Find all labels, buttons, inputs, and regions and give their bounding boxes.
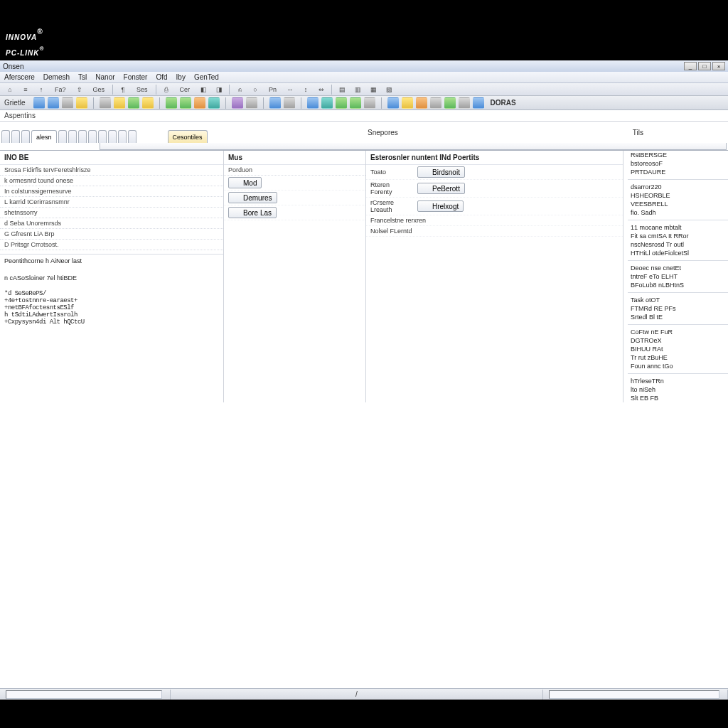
right-item-group2-3[interactable]: fio. Sadh: [628, 208, 728, 217]
toolbar2-icon-8[interactable]: [142, 97, 154, 109]
toolbar-button-1[interactable]: ≡: [20, 85, 31, 95]
mid2-button-2[interactable]: Hrelxogt: [417, 200, 464, 212]
toolbar-button-4[interactable]: ⇧: [74, 85, 85, 95]
right-item-group6-0[interactable]: CoFtw nE FuR: [628, 328, 728, 336]
toolbar2-icon-1[interactable]: [48, 97, 59, 109]
toolbar-button-0[interactable]: ⌂: [4, 85, 16, 95]
toolbar2-icon-19[interactable]: [284, 97, 295, 109]
toolbar-button-2[interactable]: ↑: [36, 85, 47, 95]
toolbar2-icon-23[interactable]: [336, 97, 347, 109]
right-item-group2-2[interactable]: VEESBRELL: [628, 200, 728, 208]
toolbar2-icon-15[interactable]: [232, 97, 243, 109]
toolbar2-icon-21[interactable]: [307, 97, 318, 109]
right-item-group3-1[interactable]: Fit sa cmISA It RRor: [628, 232, 728, 240]
toolbar2-icon-7[interactable]: [128, 97, 139, 109]
toolbar-button-19[interactable]: ↕: [300, 85, 311, 95]
toolbar-button-25[interactable]: ▧: [383, 85, 395, 95]
menu-item-1[interactable]: Demesh: [43, 73, 70, 81]
right-item-group7-0[interactable]: hTrleseTRn: [628, 377, 728, 385]
toolbar2-icon-30[interactable]: [430, 97, 441, 109]
toolbar2-icon-18[interactable]: [269, 97, 281, 109]
right-item-group1-1[interactable]: bstoreosoF: [628, 159, 728, 168]
right-item-group2-0[interactable]: dsarror220: [628, 183, 728, 191]
toolbar2-icon-27[interactable]: [387, 97, 399, 109]
right-item-group3-2[interactable]: nscNesrosd Tr outl: [628, 240, 728, 249]
toolbar2-icon-29[interactable]: [416, 97, 427, 109]
right-item-group6-1[interactable]: DGTROeX: [628, 336, 728, 345]
mid1-button-1[interactable]: Demures: [228, 192, 277, 203]
left-item-3[interactable]: shetnssorry: [0, 208, 223, 218]
right-item-group5-2[interactable]: Srtedl Bl tE: [628, 313, 728, 321]
toolbar-button-20[interactable]: ⇔: [316, 85, 327, 95]
right-item-group3-0[interactable]: 11 mocane mbtalt: [628, 223, 728, 232]
toolbar2-icon-33[interactable]: [473, 97, 484, 109]
toolbar2-icon-0[interactable]: [33, 97, 45, 109]
left-item-6[interactable]: D Pritsgr Crrotsost.: [0, 240, 223, 250]
toolbar-button-16[interactable]: ○: [250, 85, 261, 95]
mid1-button-0[interactable]: Mod: [228, 177, 262, 188]
toolbar-button-5[interactable]: Ges: [90, 85, 109, 95]
toolbar-button-13[interactable]: ◨: [213, 85, 225, 95]
menu-item-6[interactable]: Iby: [176, 73, 186, 81]
toolbar-button-23[interactable]: ▥: [352, 85, 363, 95]
toolbar2-icon-24[interactable]: [350, 97, 361, 109]
right-item-group5-0[interactable]: Task otOT: [628, 296, 728, 304]
toolbar-button-3[interactable]: Fa?: [51, 85, 70, 95]
toolbar-button-18[interactable]: ↔: [284, 85, 296, 95]
right-item-group7-2[interactable]: Slt EB FB: [628, 394, 728, 402]
toolbar2-icon-10[interactable]: [166, 97, 177, 109]
toolbar2-icon-25[interactable]: [364, 97, 375, 109]
toolbar-button-22[interactable]: ▤: [336, 85, 348, 95]
right-item-group6-4[interactable]: Foun annc tGo: [628, 362, 728, 370]
toolbar-button-7[interactable]: ¶: [117, 85, 129, 95]
toolbar-button-10[interactable]: ⎙: [161, 85, 172, 95]
toolbar2-icon-12[interactable]: [194, 97, 205, 109]
toolbar2-icon-28[interactable]: [402, 97, 413, 109]
toolbar2-icon-22[interactable]: [321, 97, 333, 109]
toolbar-button-15[interactable]: ⎌: [234, 85, 245, 95]
toolbar2-icon-32[interactable]: [459, 97, 470, 109]
right-item-group7-1[interactable]: lto niSeh: [628, 385, 728, 394]
toolbar2-icon-5[interactable]: [100, 97, 111, 109]
toolbar2-icon-11[interactable]: [180, 97, 191, 109]
left-item-0[interactable]: k ormesnrd tound onese: [0, 176, 223, 186]
close-button[interactable]: ×: [712, 62, 725, 70]
mid2-button-1[interactable]: PeBerott: [417, 183, 465, 194]
left-item-4[interactable]: d Seba Unoremrsds: [0, 218, 223, 229]
toolbar-button-8[interactable]: Ses: [133, 85, 151, 95]
right-item-group1-0[interactable]: RstBERSGE: [628, 151, 728, 159]
menu-item-3[interactable]: Nanor: [95, 73, 114, 81]
toolbar-button-17[interactable]: Pn: [265, 85, 280, 95]
right-item-group6-3[interactable]: Tr rut zBuHE: [628, 353, 728, 362]
left-item-5[interactable]: G Gfresnt LiA Brp: [0, 229, 223, 240]
right-item-group3-3[interactable]: HTHiLl otdeFiolcetSl: [628, 249, 728, 257]
toolbar2-icon-3[interactable]: [76, 97, 87, 109]
maximize-button[interactable]: □: [698, 62, 711, 70]
toolbar2-icon-13[interactable]: [208, 97, 220, 109]
toolbar-button-12[interactable]: ◧: [198, 85, 209, 95]
right-item-group4-0[interactable]: Deoec nse cnetEt: [628, 264, 728, 272]
right-item-group4-2[interactable]: BFoLub8 nLBHtnS: [628, 281, 728, 289]
left-item-1[interactable]: In colstunssigernesurve: [0, 186, 223, 197]
right-item-group6-2[interactable]: BIHUU RAt: [628, 345, 728, 353]
minimize-button[interactable]: _: [684, 62, 697, 70]
right-item-group4-1[interactable]: tntreF eTo ELHT: [628, 272, 728, 281]
toolbar2-icon-2[interactable]: [62, 97, 73, 109]
toolbar-button-11[interactable]: Cer: [176, 85, 194, 95]
right-item-group1-2[interactable]: PRTDAURE: [628, 168, 728, 176]
menu-item-4[interactable]: Fonster: [124, 73, 148, 81]
right-item-group2-1[interactable]: HSHEORBLE: [628, 191, 728, 200]
menu-item-2[interactable]: Tsl: [78, 73, 87, 81]
toolbar2-icon-6[interactable]: [114, 97, 125, 109]
menu-item-5[interactable]: Ofd: [156, 73, 167, 81]
toolbar2-icon-31[interactable]: [444, 97, 456, 109]
right-item-group5-1[interactable]: FTMRd RE PFs: [628, 304, 728, 313]
menu-item-0[interactable]: Aferscere: [4, 73, 35, 81]
toolbar-button-24[interactable]: ▦: [368, 85, 379, 95]
menu-item-7[interactable]: GenTed: [194, 73, 219, 81]
mid2-button-0[interactable]: Birdsnoit: [417, 166, 465, 178]
statusbar-input2[interactable]: [549, 690, 719, 699]
mid1-button-2[interactable]: Bore Las: [228, 207, 277, 218]
statusbar-input1[interactable]: [6, 690, 162, 699]
left-item-2[interactable]: L karrid tCerirrasnsmnr: [0, 197, 223, 208]
